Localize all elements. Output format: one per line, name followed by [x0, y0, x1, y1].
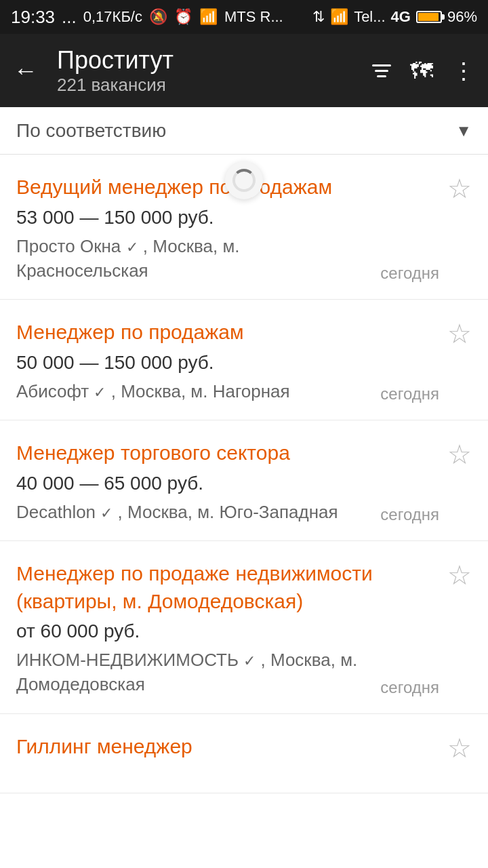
more-button[interactable]: ⋮: [452, 57, 474, 84]
verified-check-2: ✓: [94, 384, 106, 401]
network-type: 4G: [391, 8, 411, 26]
job-salary-2: 50 000 — 150 000 руб.: [16, 352, 439, 374]
verified-check-1: ✓: [126, 239, 138, 256]
favorite-button-3[interactable]: ☆: [447, 441, 472, 468]
job-content-5: Гиллинг менеджер: [16, 733, 439, 766]
signal-2: 📶: [330, 8, 348, 26]
job-list: Ведущий менеджер по продажам 53 000 — 15…: [0, 155, 488, 793]
job-title-4: Менеджер по продаже недвижимости (кварти…: [16, 560, 439, 615]
job-meta-1: Просто Окна ✓ , Москва, м. Красносельска…: [16, 234, 439, 283]
battery-icon: [416, 11, 442, 23]
status-right: ⇅ 📶 Tel... 4G 96%: [312, 8, 477, 26]
job-company-2: Абисофт ✓ , Москва, м. Нагорная: [16, 379, 375, 403]
sort-label: По соответствию: [16, 120, 166, 142]
carrier1: MTS R...: [224, 8, 283, 26]
data-speed: 0,17КБ/с: [83, 8, 142, 26]
ellipsis: ...: [62, 7, 77, 28]
title-block: Проститут 221 вакансия: [57, 45, 359, 96]
job-meta-2: Абисофт ✓ , Москва, м. Нагорная сегодня: [16, 379, 439, 403]
loading-spinner: [225, 161, 263, 199]
chevron-down-icon: ▼: [455, 121, 472, 140]
signal-arrows: ⇅: [312, 8, 325, 26]
job-date-4: сегодня: [380, 678, 439, 697]
carrier2: Tel...: [354, 8, 385, 26]
map-button[interactable]: 🗺: [410, 58, 433, 84]
job-salary-3: 40 000 — 65 000 руб.: [16, 473, 439, 494]
job-company-4: ИНКОМ-НЕДВИЖИМОСТЬ ✓ , Москва, м. Домоде…: [16, 648, 375, 697]
job-title-2: Менеджер по продажам: [16, 319, 439, 347]
job-item-5[interactable]: Гиллинг менеджер ☆: [0, 714, 488, 794]
job-item-2[interactable]: Менеджер по продажам 50 000 — 150 000 ру…: [0, 300, 488, 420]
favorite-button-1[interactable]: ☆: [447, 175, 472, 202]
job-date-1: сегодня: [380, 264, 439, 283]
job-title-3: Менеджер торгового сектора: [16, 439, 439, 467]
app-bar: ← Проститут 221 вакансия 🗺 ⋮: [0, 34, 488, 107]
back-button[interactable]: ←: [14, 56, 38, 85]
page-title: Проститут: [57, 45, 359, 75]
job-meta-3: Decathlon ✓ , Москва, м. Юго-Западная се…: [16, 500, 439, 524]
filter-button[interactable]: [372, 64, 391, 77]
job-salary-1: 53 000 — 150 000 руб.: [16, 207, 439, 229]
job-title-5: Гиллинг менеджер: [16, 733, 439, 761]
vacancy-count: 221 вакансия: [57, 75, 359, 96]
job-item-4[interactable]: Менеджер по продаже недвижимости (кварти…: [0, 541, 488, 714]
favorite-button-2[interactable]: ☆: [447, 320, 472, 347]
battery-percent: 96%: [447, 8, 477, 26]
verified-check-4: ✓: [243, 652, 256, 669]
sort-bar[interactable]: По соответствию ▼: [0, 107, 488, 155]
time-display: 19:33: [11, 7, 55, 28]
alarm-icon: ⏰: [174, 8, 192, 26]
favorite-button-4[interactable]: ☆: [447, 561, 472, 589]
job-content-4: Менеджер по продаже недвижимости (кварти…: [16, 560, 439, 697]
verified-check-3: ✓: [100, 505, 113, 521]
job-company-1: Просто Окна ✓ , Москва, м. Красносельска…: [16, 234, 375, 283]
job-date-3: сегодня: [380, 505, 439, 524]
job-date-2: сегодня: [380, 384, 439, 403]
job-item-3[interactable]: Менеджер торгового сектора 40 000 — 65 0…: [0, 420, 488, 541]
job-content-3: Менеджер торгового сектора 40 000 — 65 0…: [16, 439, 439, 524]
favorite-button-5[interactable]: ☆: [447, 734, 472, 762]
job-company-3: Decathlon ✓ , Москва, м. Юго-Западная: [16, 500, 375, 524]
job-salary-4: от 60 000 руб.: [16, 620, 439, 642]
signal-1: 📶: [199, 8, 218, 26]
app-bar-actions: 🗺 ⋮: [372, 57, 474, 84]
job-meta-4: ИНКОМ-НЕДВИЖИМОСТЬ ✓ , Москва, м. Домоде…: [16, 648, 439, 697]
job-content-2: Менеджер по продажам 50 000 — 150 000 ру…: [16, 319, 439, 403]
status-left: 19:33 ... 0,17КБ/с 🔕 ⏰ 📶 MTS R...: [11, 7, 283, 28]
mute-icon: 🔕: [149, 8, 167, 26]
status-bar: 19:33 ... 0,17КБ/с 🔕 ⏰ 📶 MTS R... ⇅ 📶 Te…: [0, 0, 488, 34]
